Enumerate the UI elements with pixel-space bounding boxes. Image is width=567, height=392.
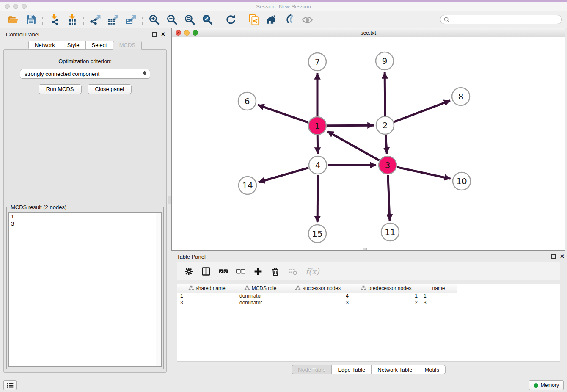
frame-minimize-button[interactable]: − [184, 30, 190, 36]
mcds-result-area[interactable]: 1 3 [8, 212, 162, 367]
node-14[interactable]: 14 [239, 177, 256, 194]
table-panel-float-button[interactable] [551, 254, 556, 259]
node-4[interactable]: 4 [309, 156, 327, 174]
control-panel-header: Control Panel × [3, 30, 167, 39]
app-close-button[interactable] [5, 4, 10, 9]
table-cell[interactable]: 1 [421, 293, 457, 299]
table-cell[interactable]: 3 [421, 299, 457, 306]
content-area: Control Panel × NetworkStyleSelectMCDS O… [0, 28, 567, 378]
node-1[interactable]: 1 [308, 117, 326, 135]
edge-2-9[interactable] [385, 72, 385, 116]
edge-2-3[interactable] [385, 135, 387, 154]
frame-maximize-button[interactable]: + [193, 30, 198, 36]
zoom-in-button[interactable] [145, 13, 163, 27]
node-label: 10 [456, 176, 467, 186]
app-maximize-button[interactable] [22, 4, 27, 9]
result-scrollbar[interactable] [156, 213, 161, 366]
search-input[interactable] [451, 17, 559, 22]
tab-motifs[interactable]: Motifs [418, 365, 446, 374]
tab-select[interactable]: Select [85, 41, 113, 50]
deselect-all-button[interactable] [236, 267, 245, 276]
network-graph: 1234678910111415 [172, 37, 565, 250]
export-network-button[interactable] [86, 13, 104, 27]
toolbar-separator [219, 14, 219, 25]
edge-3-1[interactable] [328, 131, 379, 160]
table-cell[interactable]: 4 [284, 293, 352, 299]
apply-layout-button[interactable] [222, 13, 239, 27]
style-button[interactable] [281, 13, 298, 27]
node-2[interactable]: 2 [376, 116, 394, 134]
hide-button[interactable] [298, 13, 316, 27]
column-header-successor-nodes[interactable]: successor nodes [284, 284, 352, 293]
app-minimize-button[interactable] [13, 4, 18, 9]
node-15[interactable]: 15 [308, 225, 326, 243]
edge-1-2[interactable] [327, 125, 374, 126]
node-table-container: shared nameMCDS rolesuccessor nodesprede… [177, 284, 560, 362]
control-panel-close-button[interactable]: × [161, 31, 165, 38]
edge-1-6[interactable] [258, 105, 308, 123]
zoom-out-button[interactable] [163, 13, 181, 27]
add-button[interactable] [253, 267, 263, 276]
table-cell[interactable]: 2 [352, 299, 421, 306]
table-cell[interactable]: 1 [177, 293, 237, 299]
node-3[interactable]: 3 [379, 156, 396, 174]
tab-mcds[interactable]: MCDS [113, 41, 142, 50]
edge-4-15[interactable] [317, 175, 318, 222]
table-cell[interactable]: dominator [237, 299, 284, 306]
table-cell[interactable]: dominator [237, 293, 284, 299]
import-network-button[interactable] [45, 13, 63, 27]
vertical-splitter-handle[interactable] [168, 196, 171, 204]
save-session-button[interactable] [22, 13, 40, 27]
edge-3-11[interactable] [388, 175, 390, 221]
home-button[interactable] [263, 13, 281, 27]
memory-button[interactable]: Memory [529, 380, 564, 390]
edge-2-8[interactable] [394, 101, 450, 122]
network-canvas[interactable]: 1234678910111415 [172, 37, 565, 250]
export-table-button[interactable] [104, 13, 122, 27]
table-panel-close-button[interactable]: × [560, 253, 564, 260]
tab-node-table[interactable]: Node Table [292, 365, 332, 374]
tab-style[interactable]: Style [61, 41, 86, 50]
optimization-criterion-select[interactable]: strongly connected component [20, 69, 150, 79]
search-box[interactable] [440, 15, 562, 24]
table-row[interactable]: 3dominator323 [177, 299, 457, 306]
toolbar-separator [83, 14, 84, 25]
table-row[interactable]: 1dominator411 [177, 293, 457, 299]
table-panel-header: Table Panel × [171, 252, 566, 261]
horizontal-splitter-handle[interactable] [363, 248, 367, 250]
node-11[interactable]: 11 [381, 223, 399, 241]
zoom-selected-button[interactable] [198, 13, 216, 27]
export-image-button[interactable] [122, 13, 140, 27]
import-table-button[interactable] [63, 13, 81, 27]
close-panel-button[interactable]: Close panel [88, 84, 132, 94]
open-file-button[interactable] [4, 13, 22, 27]
table-cell[interactable]: 1 [352, 293, 421, 299]
toggle-columns-button[interactable] [201, 267, 211, 276]
node-6[interactable]: 6 [238, 92, 256, 110]
column-header-predecessor-nodes[interactable]: predecessor nodes [352, 284, 421, 293]
tab-network[interactable]: Network [28, 41, 61, 50]
frame-close-button[interactable]: × [176, 30, 181, 36]
table-cell[interactable]: 3 [177, 299, 237, 306]
edge-3-10[interactable] [397, 167, 450, 179]
column-header-shared-name[interactable]: shared name [177, 284, 237, 293]
run-mcds-button[interactable]: Run MCDS [39, 84, 82, 94]
delete-button[interactable] [271, 267, 280, 276]
network-file-button[interactable] [245, 13, 263, 27]
tab-edge-table[interactable]: Edge Table [331, 365, 372, 374]
column-header-name[interactable]: name [421, 284, 457, 293]
show-panels-button[interactable] [3, 380, 17, 390]
settings-button[interactable] [184, 267, 193, 276]
node-8[interactable]: 8 [452, 88, 470, 105]
zoom-fit-button[interactable] [181, 13, 198, 27]
table-cell[interactable]: 3 [284, 299, 352, 306]
column-header-mcds-role[interactable]: MCDS role [237, 284, 284, 293]
select-all-button[interactable] [219, 267, 228, 276]
edge-4-14[interactable] [259, 168, 308, 182]
node-7[interactable]: 7 [308, 53, 326, 71]
control-panel-float-button[interactable] [152, 32, 157, 37]
tab-network-table[interactable]: Network Table [371, 365, 418, 374]
node-9[interactable]: 9 [376, 52, 394, 70]
node-10[interactable]: 10 [453, 172, 471, 190]
function-builder-button: f(x) [306, 267, 319, 276]
